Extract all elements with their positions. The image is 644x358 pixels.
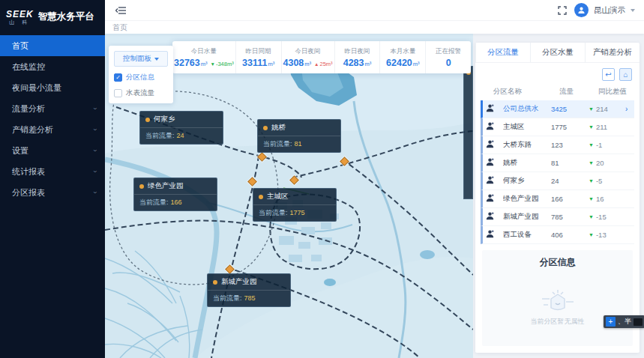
partition-name: 何家乡	[154, 115, 175, 124]
back-icon[interactable]: ↩	[602, 68, 615, 81]
sidebar-item[interactable]: 分区报表 ›	[0, 182, 105, 203]
map-tooltip: 何家乡 当前流量:24	[139, 111, 223, 145]
partition-name: 姚桥	[503, 158, 551, 168]
sidebar: SEEK 山 科 智慧水务平台 首页 在线监控 夜间最小流量	[0, 0, 105, 358]
trend-arrow-icon: ▼	[211, 61, 215, 67]
map-layer-control: 控制面板 ✓ 分区信息 水表流量	[109, 46, 173, 103]
ime-mode-label[interactable]: 、半	[618, 317, 631, 327]
ime-move-icon[interactable]: +	[606, 317, 616, 327]
partition-name: 主城区	[267, 192, 289, 201]
checkbox-icon[interactable]	[114, 89, 122, 97]
flow-label: 当前流量:	[213, 294, 242, 302]
layer-list: ✓ 分区信息 水表流量	[114, 73, 168, 98]
sidebar-menu: 首页 在线监控 夜间最小流量 流量分析 ›	[0, 35, 105, 203]
partition-dot-icon	[213, 280, 217, 285]
stat-delta: ▼-348m³	[211, 61, 234, 67]
user-group-icon	[485, 103, 503, 116]
sidebar-item-label: 分区报表	[12, 187, 45, 198]
app-window: SEEK 山 科 智慧水务平台 首页 在线监控 夜间最小流量	[0, 0, 644, 358]
partition-name: 主城区	[503, 122, 551, 132]
stat-value: 62420	[386, 58, 412, 68]
user-group-icon	[485, 175, 503, 188]
trend-arrow-icon: ▼	[589, 196, 594, 201]
table-row[interactable]: 公司总供水 3425 ▼ 214 ›	[481, 100, 634, 118]
trend-arrow-icon: ▲	[314, 61, 319, 67]
sidebar-item[interactable]: 首页	[0, 35, 105, 56]
home-icon[interactable]: ⌂	[619, 68, 632, 81]
sidebar-collapse-icon[interactable]	[114, 4, 127, 17]
stat-label: 今日夜间	[295, 47, 321, 56]
stat-value: 0	[446, 58, 451, 68]
flow-value: 81	[295, 140, 302, 148]
trend-arrow-icon: ▼	[589, 124, 594, 130]
sidebar-item[interactable]: 设置 ›	[0, 140, 105, 161]
layer-label: 水表流量	[126, 88, 154, 98]
layer-checkbox-row[interactable]: 水表流量	[114, 88, 168, 98]
layer-checkbox-row[interactable]: ✓ 分区信息	[114, 73, 168, 82]
sidebar-item-label: 统计报表	[12, 166, 45, 178]
table-row[interactable]: 新城产业园 785 ▼ -15	[481, 208, 634, 226]
sidebar-item-label: 首页	[12, 40, 28, 52]
flow-label: 当前流量:	[259, 209, 288, 216]
table-row[interactable]: 何家乡 24 ▼ -5	[481, 172, 634, 190]
stat-item: 昨日夜间 4283 m³	[335, 41, 381, 73]
partition-diff: ▼ 16	[589, 195, 625, 203]
stat-value: 33111	[242, 58, 267, 68]
sidebar-item[interactable]: 在线监控	[0, 56, 105, 77]
username[interactable]: 昆山演示	[594, 5, 625, 16]
table-row[interactable]: 西工设备 406 ▼ -13	[481, 226, 634, 244]
stat-value: 32763	[174, 58, 200, 68]
partition-diff: ▼ -13	[589, 231, 625, 239]
flow-value: 1775	[290, 209, 305, 216]
partition-dot-icon	[259, 195, 263, 199]
layer-label: 分区信息	[126, 73, 154, 82]
table-row[interactable]: 绿色产业园 166 ▼ 16	[481, 190, 634, 208]
partition-name: 新城产业园	[503, 212, 551, 222]
stat-unit: m³	[304, 61, 311, 67]
user-avatar[interactable]	[574, 3, 589, 17]
map-tooltip: 主城区 当前流量:1775	[253, 188, 337, 222]
panel-tab[interactable]: 分区水量	[530, 43, 585, 62]
stat-label: 昨日夜间	[345, 47, 370, 56]
table-row[interactable]: 姚桥 81 ▼ 20	[481, 154, 634, 172]
brand-logo-icon: SEEK 山 科	[6, 10, 34, 25]
sidebar-item[interactable]: 产销差分析 ›	[0, 119, 105, 140]
col-name: 分区名称	[493, 87, 559, 97]
user-menu-caret-icon[interactable]	[631, 9, 635, 12]
sidebar-item[interactable]: 流量分析 ›	[0, 98, 105, 119]
sidebar-item[interactable]: 夜间最小流量	[0, 77, 105, 98]
breadcrumb[interactable]: 首页	[112, 22, 127, 33]
user-group-icon	[485, 210, 503, 224]
user-group-icon	[485, 139, 503, 152]
ime-keyboard-icon[interactable]	[634, 318, 643, 326]
stat-label: 本月水量	[390, 47, 415, 56]
stats-card: 今日水量 32763 m³ ▼-348m³ 昨日同期	[172, 41, 471, 73]
stat-item: 正在报警 0	[426, 41, 471, 73]
chevron-down-icon: ›	[91, 192, 99, 194]
control-panel-label: 控制面板	[123, 54, 151, 64]
trend-arrow-icon: ▼	[589, 142, 594, 148]
flow-value: 166	[171, 198, 182, 206]
partition-name: 大桥东路	[503, 140, 551, 150]
stat-label: 昨日同期	[246, 47, 271, 56]
checkbox-icon[interactable]: ✓	[114, 73, 122, 82]
partition-flow: 81	[551, 159, 589, 167]
partition-name: 何家乡	[503, 176, 551, 186]
table-row[interactable]: 大桥东路 123 ▼ -1	[481, 136, 634, 154]
trend-arrow-icon: ▼	[589, 214, 594, 219]
sidebar-item-label: 产销差分析	[12, 124, 53, 136]
partition-dot-icon	[145, 118, 150, 122]
partition-name: 绿色产业园	[503, 194, 551, 204]
trend-arrow-icon: ▼	[589, 178, 594, 183]
panel-tab[interactable]: 分区流量	[475, 43, 530, 62]
panel-tab[interactable]: 产销差分析	[585, 43, 640, 62]
sidebar-item[interactable]: 统计报表 ›	[0, 161, 105, 182]
sidebar-item-label: 在线监控	[12, 61, 45, 73]
topbar: 昆山演示	[105, 0, 644, 20]
partition-panel: 分区流量 分区水量 产销差分析 ↩	[475, 43, 640, 353]
partition-flow: 123	[551, 141, 589, 149]
fullscreen-icon[interactable]	[556, 4, 569, 17]
partition-flow: 406	[551, 231, 589, 239]
control-panel-button[interactable]: 控制面板	[114, 51, 168, 67]
table-row[interactable]: 主城区 1775 ▼ 211	[481, 118, 634, 136]
